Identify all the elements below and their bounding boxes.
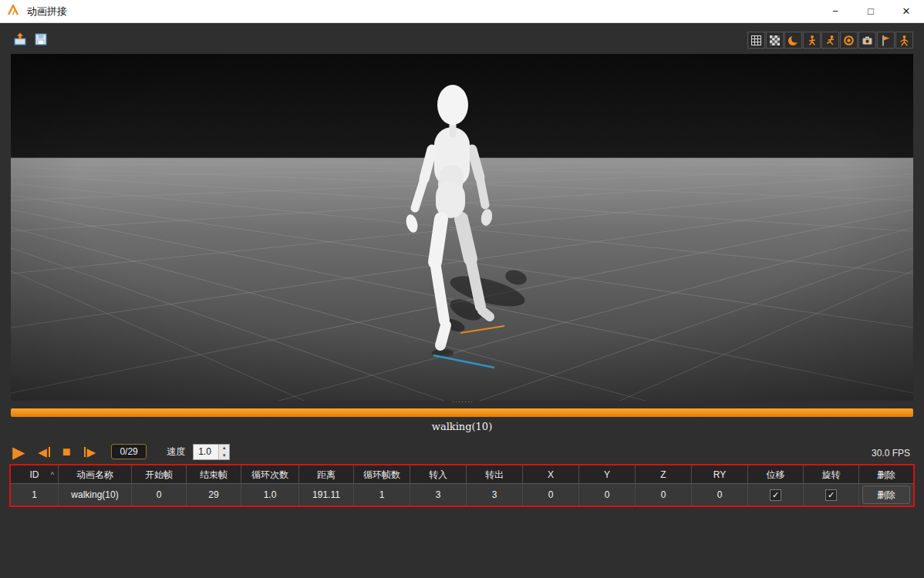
close-button[interactable]: ✕ (889, 0, 924, 23)
col-header-name[interactable]: 动画名称 (59, 465, 132, 484)
rotate-checkbox[interactable]: ✓ (825, 489, 837, 501)
run-preview-icon[interactable] (821, 32, 839, 49)
step-back-button[interactable]: ◀ (38, 446, 50, 458)
checkerboard-ground-icon[interactable] (766, 32, 784, 49)
col-header-translate[interactable]: 位移 (748, 465, 804, 484)
sort-asc-icon: ^ (51, 466, 54, 483)
cell-x[interactable]: 0 (523, 484, 579, 506)
cell-delete: 删除 (859, 484, 913, 506)
cell-translate: ✓ (748, 484, 804, 506)
playback-controls: ▶ ◀ ■ ▶ 速度 ▲ ▼ (12, 442, 230, 461)
walk-preview-icon[interactable] (803, 32, 821, 49)
window-controls: − □ ✕ (818, 0, 924, 23)
viewport-3d[interactable] (11, 54, 913, 401)
col-header-y[interactable]: Y (579, 465, 636, 484)
title-bar: 动画拼接 − □ ✕ (0, 0, 924, 23)
col-header-distance[interactable]: 距离 (299, 465, 354, 484)
cell-loop-count[interactable]: 1.0 (241, 484, 299, 506)
cell-end-frame[interactable]: 29 (187, 484, 241, 506)
play-button[interactable]: ▶ (12, 444, 25, 460)
step-forward-icon: ▶ (87, 446, 96, 458)
col-header-x[interactable]: X (523, 465, 579, 484)
cell-name[interactable]: walking(10) (59, 484, 132, 506)
moon-lighting-icon[interactable] (784, 32, 802, 49)
flag-marker-icon[interactable] (877, 32, 895, 49)
timeline-clip-label: walking(10) (0, 421, 924, 432)
cell-loop-frames[interactable]: 1 (354, 484, 410, 506)
skeleton-display-icon[interactable] (895, 32, 913, 49)
speed-down-button[interactable]: ▼ (219, 452, 229, 459)
grid-display-icon[interactable] (747, 32, 765, 49)
window-title: 动画拼接 (27, 5, 67, 18)
cell-rotate: ✓ (804, 484, 859, 506)
speed-up-button[interactable]: ▲ (219, 445, 229, 452)
cell-id[interactable]: 1 (11, 484, 59, 506)
step-back-icon: ◀ (38, 446, 47, 458)
maximize-button[interactable]: □ (853, 0, 889, 23)
col-header-end-frame[interactable]: 结束帧 (187, 465, 241, 484)
col-header-z[interactable]: Z (636, 465, 692, 484)
check-icon: ✓ (828, 490, 835, 500)
minimize-button[interactable]: − (818, 0, 853, 23)
stop-icon: ■ (62, 445, 71, 459)
step-forward-button[interactable]: ▶ (84, 446, 96, 458)
speed-spinner: ▲ ▼ (193, 444, 230, 460)
play-icon: ▶ (12, 444, 25, 460)
cell-blend-in[interactable]: 3 (410, 484, 467, 506)
col-header-rotate[interactable]: 旋转 (804, 465, 859, 484)
col-header-delete[interactable]: 删除 (859, 465, 913, 484)
col-header-id[interactable]: ID ^ (11, 465, 59, 484)
cell-start-frame[interactable]: 0 (132, 484, 187, 506)
speed-input[interactable] (194, 445, 218, 459)
stop-button[interactable]: ■ (62, 445, 71, 459)
speed-spin-buttons: ▲ ▼ (218, 445, 229, 459)
toolbar-right (747, 32, 913, 49)
col-header-start-frame[interactable]: 开始帧 (132, 465, 187, 484)
cell-ry[interactable]: 0 (692, 484, 748, 506)
frame-counter-input[interactable] (111, 444, 147, 459)
cell-y[interactable]: 0 (579, 484, 636, 506)
check-icon: ✓ (772, 490, 779, 500)
col-header-blend-in[interactable]: 转入 (410, 465, 467, 484)
col-header-ry[interactable]: RY (692, 465, 748, 484)
col-header-loop-count[interactable]: 循环次数 (241, 465, 299, 484)
fps-label: 30.0 FPS (872, 448, 910, 459)
cell-z[interactable]: 0 (636, 484, 692, 506)
toolbar-left (12, 32, 49, 47)
save-file-icon[interactable] (33, 32, 49, 47)
col-header-loop-frames[interactable]: 循环帧数 (354, 465, 410, 484)
delete-button[interactable]: 删除 (862, 486, 910, 504)
animation-table: ID ^ 动画名称 开始帧 结束帧 循环次数 距离 循环帧数 转入 转出 X Y… (9, 464, 915, 507)
import-animation-icon[interactable] (12, 32, 28, 47)
timeline-drag-handle[interactable]: ······· (432, 398, 494, 405)
app-window: 动画拼接 − □ ✕ (0, 0, 924, 578)
app-logo-icon (7, 4, 21, 19)
cell-distance[interactable]: 191.11 (299, 484, 354, 506)
translate-checkbox[interactable]: ✓ (770, 489, 781, 501)
cell-blend-out[interactable]: 3 (467, 484, 523, 506)
record-icon[interactable] (840, 32, 858, 49)
speed-label: 速度 (167, 445, 185, 459)
timeline-progress-bar[interactable] (11, 408, 913, 417)
col-header-blend-out[interactable]: 转出 (467, 465, 523, 484)
camera-icon[interactable] (858, 32, 876, 49)
viewport-canvas (11, 54, 913, 401)
